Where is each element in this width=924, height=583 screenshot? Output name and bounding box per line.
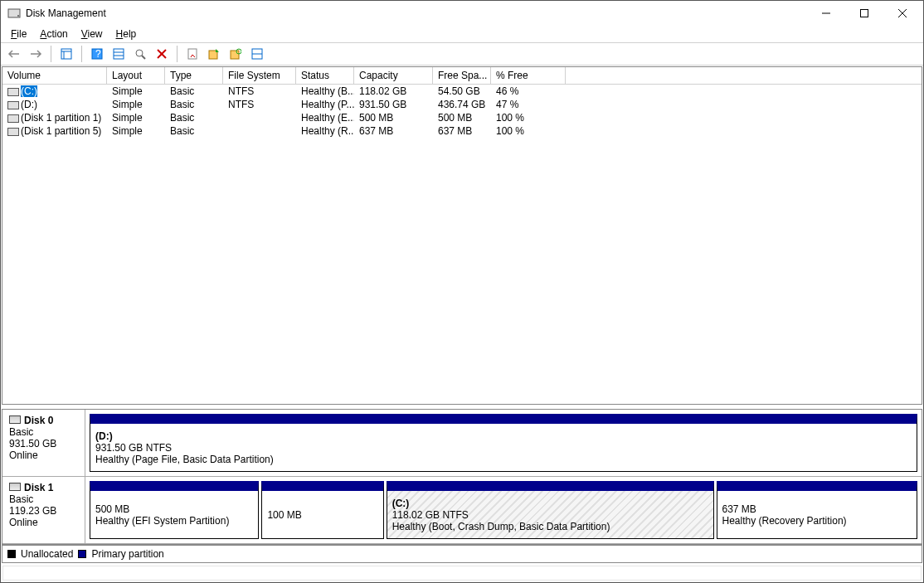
refresh-disk-button[interactable] <box>226 45 246 63</box>
volume-type: Basic <box>165 99 223 110</box>
header-filesystem[interactable]: File System <box>223 67 296 84</box>
volume-list[interactable]: Volume Layout Type File System Status Ca… <box>2 66 922 405</box>
volume-name: (C:) <box>21 85 37 97</box>
find-button[interactable] <box>130 45 150 63</box>
volume-status: Healthy (B... <box>296 85 354 97</box>
svg-rect-6 <box>61 49 71 59</box>
volume-status: Healthy (P... <box>296 99 354 110</box>
partition-size: 637 MB <box>722 503 912 515</box>
disk-size: 119.23 GB <box>9 505 81 517</box>
volume-free: 500 MB <box>433 112 491 124</box>
disk-partitions: (D:)931.50 GB NTFSHealthy (Page File, Ba… <box>85 410 922 476</box>
maximize-button[interactable] <box>845 1 883 26</box>
help-button[interactable]: ? <box>87 45 107 63</box>
window-title: Disk Management <box>26 7 807 19</box>
partition-desc: Healthy (Recovery Partition) <box>722 515 912 527</box>
disk-label[interactable]: Disk 0 Basic 931.50 GB Online <box>2 410 85 476</box>
app-icon <box>7 7 21 20</box>
menu-action[interactable]: Action <box>33 27 74 41</box>
header-free-space[interactable]: Free Spa... <box>433 67 491 84</box>
legend-primary-label: Primary partition <box>91 548 163 560</box>
disk-row: Disk 1 Basic 119.23 GB Online500 MBHealt… <box>2 477 922 544</box>
status-bar <box>2 566 922 581</box>
volume-name: (D:) <box>21 99 37 110</box>
new-volume-button[interactable] <box>204 45 224 63</box>
partition[interactable]: 100 MB <box>261 481 383 539</box>
back-button[interactable] <box>4 45 24 63</box>
legend-unallocated-swatch <box>7 550 16 558</box>
minimize-button[interactable] <box>807 1 845 26</box>
disk-name: Disk 1 <box>24 482 53 493</box>
volume-layout: Simple <box>107 125 165 137</box>
header-type[interactable]: Type <box>165 67 223 84</box>
volume-free: 54.50 GB <box>433 85 491 97</box>
volume-layout: Simple <box>107 112 165 124</box>
partition[interactable]: 637 MBHealthy (Recovery Partition) <box>717 481 917 539</box>
drive-icon <box>7 114 19 123</box>
legend-primary-swatch <box>78 550 86 558</box>
volume-row[interactable]: (Disk 1 partition 5)SimpleBasicHealthy (… <box>2 124 922 138</box>
drive-icon <box>7 128 19 136</box>
properties-button[interactable] <box>182 45 202 63</box>
partition-size: 500 MB <box>95 503 253 515</box>
svg-line-15 <box>142 56 145 59</box>
volume-type: Basic <box>165 112 223 124</box>
volume-row[interactable]: (D:)SimpleBasicNTFSHealthy (P...931.50 G… <box>2 98 922 111</box>
toolbar: ? <box>1 42 923 66</box>
forward-button[interactable] <box>26 45 46 63</box>
header-volume[interactable]: Volume <box>2 67 107 84</box>
volume-capacity: 500 MB <box>354 112 433 124</box>
header-status[interactable]: Status <box>296 67 354 84</box>
menu-view[interactable]: View <box>75 27 109 41</box>
close-button[interactable] <box>883 1 922 26</box>
disk-label[interactable]: Disk 1 Basic 119.23 GB Online <box>2 477 85 543</box>
svg-rect-11 <box>114 49 124 59</box>
delete-button[interactable] <box>152 45 172 63</box>
disk-icon <box>9 415 21 424</box>
volume-status: Healthy (R... <box>296 125 354 137</box>
drive-icon <box>7 88 19 96</box>
disk-type: Basic <box>9 426 81 438</box>
volume-capacity: 931.50 GB <box>354 99 433 110</box>
partition-size: 100 MB <box>267 509 377 521</box>
legend-unallocated-label: Unallocated <box>21 548 73 560</box>
volume-layout: Simple <box>107 99 165 110</box>
header-layout[interactable]: Layout <box>107 67 165 84</box>
svg-point-14 <box>136 50 143 56</box>
volume-free: 436.74 GB <box>433 99 491 110</box>
disk-graphical-view[interactable]: Disk 0 Basic 931.50 GB Online(D:)931.50 … <box>2 409 922 545</box>
volume-type: Basic <box>165 85 223 97</box>
volume-row[interactable]: (Disk 1 partition 1)SimpleBasicHealthy (… <box>2 111 922 124</box>
legend: Unallocated Primary partition <box>2 545 922 563</box>
toolbar-separator <box>177 46 178 62</box>
settings-button[interactable] <box>109 45 129 63</box>
partition-size: 118.02 GB NTFS <box>392 509 708 521</box>
partition[interactable]: (D:)931.50 GB NTFSHealthy (Page File, Ba… <box>90 414 917 472</box>
volume-percent: 100 % <box>491 125 566 137</box>
volume-capacity: 118.02 GB <box>354 85 433 97</box>
disk-row: Disk 0 Basic 931.50 GB Online(D:)931.50 … <box>2 410 922 477</box>
partition[interactable]: 500 MBHealthy (EFI System Partition) <box>90 481 259 539</box>
disk-status: Online <box>9 517 81 528</box>
disk-icon <box>9 483 21 491</box>
header-capacity[interactable]: Capacity <box>354 67 433 84</box>
volume-free: 637 MB <box>433 125 491 137</box>
menu-file[interactable]: File <box>4 27 33 41</box>
show-hide-button[interactable] <box>56 45 76 63</box>
toolbar-separator <box>51 46 51 62</box>
volume-status: Healthy (E... <box>296 112 354 124</box>
disk-type: Basic <box>9 493 81 505</box>
partition-desc: Healthy (Page File, Basic Data Partition… <box>95 454 912 465</box>
partition-name: (D:) <box>95 430 912 442</box>
partition[interactable]: (C:)118.02 GB NTFSHealthy (Boot, Crash D… <box>387 481 714 539</box>
volume-row[interactable]: (C:)SimpleBasicNTFSHealthy (B...118.02 G… <box>2 85 922 98</box>
drive-icon <box>7 101 19 109</box>
partition-name: (C:) <box>392 498 708 509</box>
menu-help[interactable]: Help <box>109 27 143 41</box>
svg-text:?: ? <box>95 48 101 60</box>
header-percent-free[interactable]: % Free <box>491 67 566 84</box>
volume-type: Basic <box>165 125 223 137</box>
volume-capacity: 637 MB <box>354 125 433 137</box>
volume-percent: 46 % <box>491 85 566 97</box>
view-button[interactable] <box>247 45 267 63</box>
